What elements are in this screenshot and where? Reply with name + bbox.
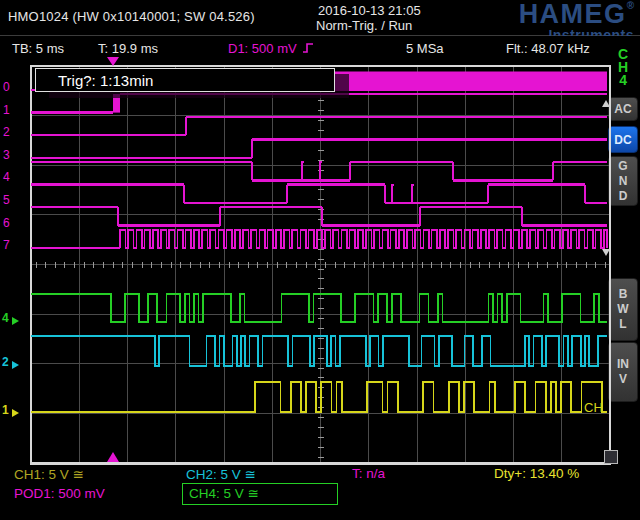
pod-channel-labels: 01234567 (3, 80, 10, 252)
trigger-position-marker-bottom[interactable] (107, 452, 119, 462)
analog-channel-marker-1: 1 (2, 403, 19, 417)
digital-trace-D1 (31, 94, 607, 113)
svg-text:2: 2 (2, 355, 9, 369)
svg-text:6: 6 (3, 216, 10, 230)
pod-scroll-down-icon[interactable] (602, 249, 610, 256)
svg-text:2: 2 (3, 125, 10, 139)
svg-text:0: 0 (3, 80, 10, 94)
svg-text:4: 4 (3, 170, 10, 184)
digital-trace-D4 (31, 162, 607, 181)
trigger-status-dialog: Trig?: 1:13min (35, 68, 335, 92)
svg-text:7: 7 (3, 238, 10, 252)
svg-text:5: 5 (3, 193, 10, 207)
inline-channel-label: CH (584, 400, 603, 415)
analog-channel-marker-2: 2 (2, 355, 19, 369)
analog-trace-CH2 (31, 336, 607, 366)
analog-traces (31, 294, 607, 412)
svg-text:1: 1 (3, 103, 10, 117)
oscilloscope-screen: HMO1024 (HW 0x10140001; SW 04.526) 2016-… (0, 0, 640, 520)
svg-text:1: 1 (2, 403, 9, 417)
digital-trace-D3 (31, 139, 607, 158)
analog-channel-marker-4: 4 (2, 311, 19, 325)
digital-trace-D5 (31, 185, 607, 204)
digital-trace-D2 (31, 117, 607, 136)
corner-scroll-box[interactable] (604, 450, 617, 463)
svg-text:3: 3 (3, 148, 10, 162)
svg-text:4: 4 (2, 311, 9, 325)
pod-scroll-up-icon[interactable] (602, 100, 610, 107)
trigger-position-marker-top[interactable] (107, 57, 119, 66)
